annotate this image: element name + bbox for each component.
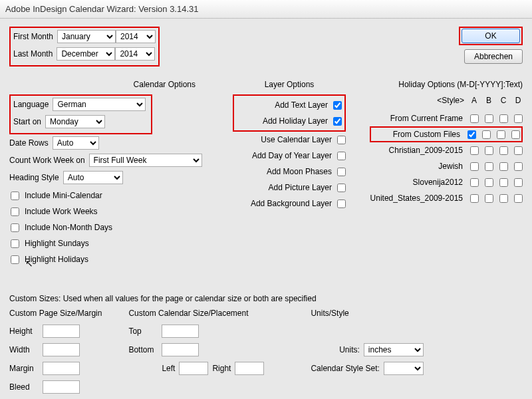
bleed-label: Bleed <box>9 382 39 392</box>
ok-button[interactable]: OK <box>462 29 520 43</box>
layer-check-2[interactable] <box>337 136 346 144</box>
cww-select[interactable]: First Full Week <box>89 154 202 167</box>
col-b: B <box>484 96 493 105</box>
holiday-check-2-0[interactable] <box>470 146 479 155</box>
start-on-select[interactable]: Monday <box>45 115 105 128</box>
holiday-check-2-3[interactable] <box>514 146 523 155</box>
layer-label: Add Text Layer <box>275 100 328 110</box>
layer-row: Add Moon Phases <box>233 164 346 180</box>
calendar-check-label: Include Work Weeks <box>25 207 98 216</box>
page-size-col: Custom Page Size/Margin Height Width Mar… <box>9 309 102 395</box>
layer-check-6[interactable] <box>337 200 346 208</box>
holiday-check-4-3[interactable] <box>514 178 523 187</box>
width-label: Width <box>9 345 39 354</box>
layer-label: Add Holiday Layer <box>263 116 328 126</box>
holiday-name: From Current Frame <box>390 114 463 123</box>
holiday-check-5-3[interactable] <box>514 194 523 203</box>
right-label: Right <box>212 364 231 373</box>
holiday-check-0-0[interactable] <box>470 114 479 123</box>
holiday-row: From Current Frame <box>370 110 523 126</box>
holiday-check-3-1[interactable] <box>485 162 493 171</box>
top-input[interactable] <box>162 325 199 338</box>
calendar-check-1[interactable] <box>11 207 19 216</box>
heading-select[interactable]: Auto <box>63 171 123 184</box>
holiday-check-1-0[interactable] <box>467 130 476 139</box>
calendar-check-4[interactable] <box>11 255 19 264</box>
height-input[interactable] <box>43 325 80 338</box>
holiday-check-5-1[interactable] <box>485 194 493 203</box>
first-month-select[interactable]: January <box>57 30 116 43</box>
holiday-name: From Custom Files <box>393 130 460 139</box>
calendar-check-0[interactable] <box>11 192 19 200</box>
holiday-check-4-0[interactable] <box>470 178 479 187</box>
dialog-buttons: OK Abbrechen <box>459 27 523 64</box>
layer-check-5[interactable] <box>337 184 346 192</box>
styleset-select[interactable] <box>384 362 424 375</box>
last-month-select[interactable]: December <box>57 47 115 61</box>
holiday-check-0-1[interactable] <box>485 114 493 123</box>
first-month-row: First Month January 2014 <box>13 29 156 44</box>
left-input[interactable] <box>179 362 208 375</box>
layer-row: Add Holiday Layer <box>237 113 342 129</box>
col-a: A <box>469 96 479 105</box>
holiday-name: Christian_2009-2015 <box>389 146 463 155</box>
width-input[interactable] <box>43 343 80 356</box>
col-d: D <box>513 96 523 105</box>
layer-check-4[interactable] <box>337 168 346 176</box>
layer-row: Use Calendar Layer <box>233 132 346 148</box>
layer-check-3[interactable] <box>337 152 346 160</box>
holiday-name: Slovenija2012 <box>413 178 463 187</box>
col-c: C <box>499 96 508 105</box>
style-label: <Style> <box>437 96 464 105</box>
layer-label: Add Background Layer <box>251 199 332 208</box>
units-style-col: Units/Style Units:inches Calendar Style … <box>311 309 423 395</box>
calendar-check-2[interactable] <box>11 223 19 232</box>
layer-label: Add Moon Phases <box>267 167 332 176</box>
right-input[interactable] <box>235 362 264 375</box>
layer-row: Add Background Layer <box>233 196 346 211</box>
last-month-label: Last Month <box>13 49 53 59</box>
last-month-row: Last Month December 2014 <box>13 47 156 61</box>
height-label: Height <box>9 327 39 336</box>
holiday-check-0-3[interactable] <box>514 114 523 123</box>
last-year-select[interactable]: 2014 <box>115 47 155 61</box>
holiday-check-2-1[interactable] <box>485 146 493 155</box>
holiday-check-5-2[interactable] <box>499 194 508 203</box>
layer-check-1[interactable] <box>333 117 342 126</box>
holiday-check-0-2[interactable] <box>499 114 508 123</box>
month-range-box: First Month January 2014 Last Month Dece… <box>9 27 160 66</box>
bottom-input[interactable] <box>162 343 199 356</box>
calendar-check-row: Highlight Holidays <box>11 251 209 267</box>
first-year-select[interactable]: 2014 <box>116 30 156 43</box>
holiday-check-1-2[interactable] <box>497 130 505 139</box>
units-select[interactable]: inches <box>364 343 424 356</box>
holiday-check-2-2[interactable] <box>499 146 508 155</box>
language-select[interactable]: German <box>53 98 146 111</box>
holiday-check-1-1[interactable] <box>482 130 491 139</box>
layer-row: Add Picture Layer <box>233 180 346 196</box>
calendar-check-3[interactable] <box>11 239 19 248</box>
language-label: Language <box>13 100 49 109</box>
calendar-check-row: Highlight Sundays <box>11 235 209 251</box>
holiday-check-1-3[interactable] <box>511 130 520 139</box>
dialog-content: First Month January 2014 Last Month Dece… <box>0 19 532 399</box>
holiday-name: United_States_2009-2015 <box>370 194 463 203</box>
bleed-input[interactable] <box>43 380 80 394</box>
holiday-check-3-3[interactable] <box>514 162 523 171</box>
left-label: Left <box>162 364 175 373</box>
custom-desc: Custom Sizes: Used when all values for t… <box>9 294 523 303</box>
holiday-check-3-2[interactable] <box>499 162 508 171</box>
layer-label: Use Calendar Layer <box>261 135 332 144</box>
holiday-check-4-2[interactable] <box>499 178 508 187</box>
holiday-check-3-0[interactable] <box>470 162 479 171</box>
holiday-check-4-1[interactable] <box>485 178 493 187</box>
layer-row: Add Day of Year Layer <box>233 148 346 164</box>
first-month-label: First Month <box>13 32 53 41</box>
margin-input[interactable] <box>43 362 80 375</box>
styleset-label: Calendar Style Set: <box>311 364 379 373</box>
holiday-check-5-0[interactable] <box>470 194 479 203</box>
layer-check-0[interactable] <box>333 101 342 110</box>
date-rows-select[interactable]: Auto <box>53 136 99 150</box>
calendar-options-title: Calendar Options <box>9 80 209 89</box>
cancel-button[interactable]: Abbrechen <box>464 49 523 64</box>
